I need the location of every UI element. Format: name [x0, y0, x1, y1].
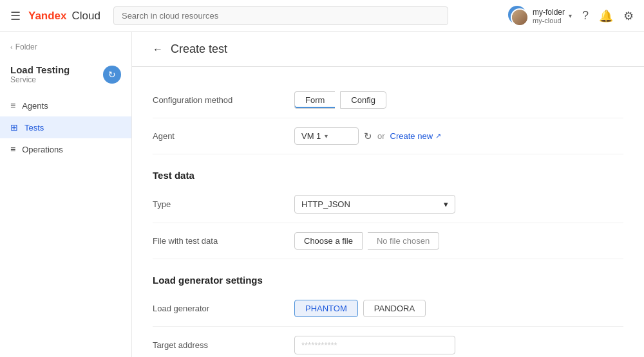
page-header: ← Create test: [132, 32, 644, 67]
form-tab-button[interactable]: Form: [294, 91, 335, 109]
sidebar-folder[interactable]: ‹ Folder: [0, 42, 131, 59]
agent-label: Agent: [153, 131, 294, 141]
pandora-button[interactable]: PANDORA: [363, 300, 426, 317]
service-name: Load Testing: [10, 64, 70, 75]
file-chosen-text: No file chosen: [368, 232, 439, 250]
target-addr-label: Target address: [153, 340, 294, 350]
agent-value: VM 1: [301, 131, 321, 141]
service-sub: Service: [10, 75, 70, 84]
user-folder-info: my-folder my-cloud: [533, 8, 565, 24]
logo-cloud: Cloud: [72, 10, 100, 23]
main-content: ← Create test Configuration method Form …: [132, 32, 644, 357]
topbar: ☰ Yandex Cloud SE my-folder my-cloud ▾ ?…: [0, 0, 644, 32]
logo-yandex: Yandex: [28, 10, 67, 23]
folder-label: Folder: [15, 42, 37, 51]
app-logo: Yandex Cloud: [28, 10, 100, 23]
load-gen-section-title: Load generator settings: [153, 275, 623, 286]
hamburger-icon[interactable]: ☰: [10, 9, 21, 23]
sidebar-item-tests[interactable]: ⊞ Tests: [0, 116, 131, 138]
form-container: Configuration method Form Config Agent V…: [132, 67, 644, 357]
config-tab-button[interactable]: Config: [340, 91, 386, 109]
sidebar-item-operations[interactable]: ≡ Operations: [0, 138, 131, 160]
page-title: Create test: [171, 42, 227, 56]
target-addr-control: [294, 336, 623, 354]
file-label: File with test data: [153, 236, 294, 246]
service-info: Load Testing Service: [10, 64, 70, 84]
user-info[interactable]: SE my-folder my-cloud ▾: [508, 6, 572, 26]
sidebar-item-label: Agents: [22, 101, 48, 111]
config-method-label: Configuration method: [153, 95, 294, 105]
type-label: Type: [153, 199, 294, 209]
or-text: or: [377, 131, 385, 141]
operations-icon: ≡: [10, 144, 15, 154]
help-icon[interactable]: ?: [582, 9, 589, 23]
type-row: Type HTTP_JSON ▾: [153, 186, 623, 223]
agent-dropdown[interactable]: VM 1 ▾: [294, 127, 359, 145]
config-method-row: Configuration method Form Config: [153, 82, 623, 118]
user-avatar-stack: SE: [508, 6, 529, 26]
layout: ‹ Folder Load Testing Service ↻ ≡ Agents…: [0, 32, 644, 357]
test-data-section-title: Test data: [153, 170, 623, 181]
cloud-name: my-cloud: [533, 17, 565, 24]
file-row: File with test data Choose a file No fil…: [153, 223, 623, 259]
search-bar[interactable]: [113, 6, 448, 25]
user-photo: [511, 8, 529, 26]
settings-icon[interactable]: ⚙: [623, 9, 634, 23]
service-refresh-button[interactable]: ↻: [103, 66, 121, 84]
back-button[interactable]: ←: [153, 44, 163, 55]
sidebar-item-label: Tests: [24, 123, 44, 133]
config-method-control: Form Config: [294, 91, 623, 109]
load-gen-row: Load generator PHANTOM PANDORA: [153, 291, 623, 327]
folder-name: my-folder: [533, 8, 565, 17]
target-addr-row: Target address: [153, 327, 623, 357]
create-new-link[interactable]: Create new ↗: [390, 131, 441, 141]
agent-control: VM 1 ▾ ↻ or Create new ↗: [294, 127, 623, 145]
agents-icon: ≡: [10, 100, 15, 111]
type-dropdown[interactable]: HTTP_JSON ▾: [294, 195, 455, 214]
sidebar-nav: ≡ Agents ⊞ Tests ≡ Operations: [0, 95, 131, 160]
file-control: Choose a file No file chosen: [294, 232, 623, 250]
choose-file-button[interactable]: Choose a file: [294, 232, 363, 250]
bell-icon[interactable]: 🔔: [599, 9, 613, 23]
load-gen-control: PHANTOM PANDORA: [294, 300, 623, 317]
sidebar-service: Load Testing Service ↻: [0, 59, 131, 89]
sidebar: ‹ Folder Load Testing Service ↻ ≡ Agents…: [0, 32, 132, 357]
target-addr-input[interactable]: [294, 336, 455, 354]
phantom-button[interactable]: PHANTOM: [294, 300, 358, 317]
search-input[interactable]: [113, 6, 448, 25]
sidebar-item-agents[interactable]: ≡ Agents: [0, 95, 131, 116]
type-value: HTTP_JSON: [301, 199, 350, 209]
topbar-right: SE my-folder my-cloud ▾ ? 🔔 ⚙: [508, 6, 634, 26]
tests-icon: ⊞: [10, 122, 18, 133]
create-new-label: Create new: [390, 131, 433, 141]
agent-refresh-button[interactable]: ↻: [364, 131, 372, 142]
load-gen-label: Load generator: [153, 304, 294, 313]
external-link-icon: ↗: [435, 132, 441, 140]
sidebar-item-label: Operations: [22, 145, 63, 154]
back-arrow-icon: ‹: [10, 43, 13, 51]
type-control: HTTP_JSON ▾: [294, 195, 623, 214]
chevron-down-icon: ▾: [569, 12, 572, 19]
type-chevron-icon: ▾: [444, 199, 448, 209]
agent-row: Agent VM 1 ▾ ↻ or Create new ↗: [153, 118, 623, 154]
chevron-down-icon: ▾: [325, 133, 328, 140]
